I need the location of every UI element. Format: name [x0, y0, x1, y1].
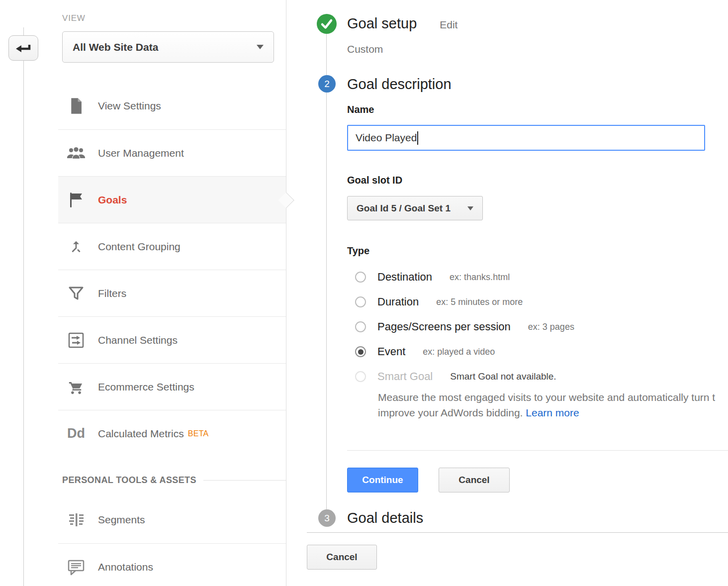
sidebar-item-segments[interactable]: Segments — [58, 496, 286, 543]
step3-number-badge: 3 — [318, 509, 336, 527]
radio-row-pages-per-session: Pages/Screens per session ex: 3 pages — [347, 314, 574, 339]
sidebar-item-goals[interactable]: Goals — [58, 176, 286, 223]
form-divider — [347, 450, 728, 451]
step1-header: Goal setup Edit — [347, 15, 457, 32]
radio-hint: ex: thanks.html — [450, 272, 510, 283]
personal-tools-section: PERSONAL TOOLS & ASSETS — [62, 475, 286, 486]
users-icon — [66, 146, 86, 161]
goal-slot-id-label: Goal slot ID — [347, 175, 402, 186]
goal-name-input[interactable]: Video Played — [347, 125, 705, 151]
sidebar-item-label: Ecommerce Settings — [98, 381, 194, 393]
radio-label: Pages/Screens per session — [377, 320, 511, 333]
radio-hint: ex: played a video — [423, 347, 495, 357]
sidebar-item-ecommerce-settings[interactable]: Ecommerce Settings — [58, 363, 286, 410]
sidebar-item-user-management[interactable]: User Management — [58, 129, 286, 176]
beta-badge: BETA — [188, 429, 209, 438]
radio-row-duration: Duration ex: 5 minutes or more — [347, 290, 574, 314]
chevron-down-icon — [257, 45, 264, 49]
bottom-cancel-button[interactable]: Cancel — [307, 545, 377, 570]
sidebar-item-calculated-metrics[interactable]: Dd Calculated Metrics BETA — [58, 410, 286, 457]
radio-label: Destination — [377, 271, 432, 284]
goal-name-value: Video Played — [356, 132, 417, 144]
sidebar-item-annotations[interactable]: Annotations — [58, 543, 286, 586]
smart-goal-unavailable-text: Smart Goal not available. — [450, 371, 556, 382]
document-icon — [66, 98, 86, 114]
step3-title: Goal details — [347, 510, 423, 526]
sidebar-item-label: Calculated Metrics — [98, 428, 184, 440]
section-rule — [203, 480, 286, 481]
radio-destination[interactable] — [355, 272, 366, 283]
radio-hint: ex: 3 pages — [528, 322, 574, 332]
view-selector-dropdown[interactable]: All Web Site Data — [62, 31, 274, 63]
smart-goal-description: Measure the most engaged visits to your … — [378, 390, 728, 420]
sidebar-item-label: View Settings — [98, 100, 161, 112]
breadcrumb-rail-line — [23, 27, 24, 586]
funnel-icon — [66, 286, 86, 301]
sidebar-item-label: Goals — [98, 194, 127, 206]
radio-label: Duration — [377, 295, 419, 308]
back-arrow-icon — [14, 41, 33, 56]
dd-icon: Dd — [66, 426, 86, 441]
radio-event-selected[interactable] — [355, 346, 366, 357]
smart-goal-description-line1: Measure the most engaged visits to your … — [378, 390, 728, 405]
radio-duration[interactable] — [355, 296, 366, 307]
stepper-connector-line — [326, 24, 327, 518]
selected-item-pointer — [278, 192, 294, 208]
channel-icon — [66, 332, 86, 349]
goal-slot-value: Goal Id 5 / Goal Set 1 — [357, 203, 467, 214]
annotation-icon — [66, 559, 86, 576]
radio-dot — [358, 349, 364, 355]
text-cursor — [417, 131, 418, 145]
sidebar-item-label: Annotations — [98, 561, 153, 573]
sidebar-item-content-grouping[interactable]: Content Grouping — [58, 223, 286, 270]
sidebar-item-label: Segments — [98, 514, 145, 526]
goal-type-radio-group: Destination ex: thanks.html Duration ex:… — [347, 265, 574, 389]
sidebar-item-label: Content Grouping — [98, 241, 181, 253]
sidebar-item-label: User Management — [98, 147, 184, 159]
learn-more-link[interactable]: Learn more — [526, 407, 579, 418]
type-label: Type — [347, 245, 369, 257]
flag-icon — [66, 192, 86, 208]
radio-hint: ex: 5 minutes or more — [436, 297, 523, 307]
edit-link[interactable]: Edit — [440, 19, 457, 31]
continue-button[interactable]: Continue — [347, 468, 418, 492]
cancel-button[interactable]: Cancel — [439, 468, 510, 492]
radio-pages-per-session[interactable] — [355, 321, 366, 332]
step1-complete-icon — [317, 14, 337, 34]
segments-icon — [66, 511, 86, 528]
radio-label: Event — [377, 345, 405, 358]
check-icon — [317, 14, 337, 34]
sidebar-item-label: Filters — [98, 288, 126, 299]
sidebar-menu-personal: Segments Annotations — [58, 496, 286, 586]
sidebar-item-filters[interactable]: Filters — [58, 270, 286, 316]
section-divider — [307, 532, 728, 533]
view-selector-value: All Web Site Data — [73, 41, 257, 53]
step1-subtitle: Custom — [347, 43, 383, 55]
sidebar-menu: View Settings User Management Goals — [58, 83, 286, 457]
sidebar-item-channel-settings[interactable]: Channel Settings — [58, 316, 286, 363]
radio-row-smart-goal: Smart Goal Smart Goal not available. — [347, 364, 574, 389]
step2-title: Goal description — [347, 76, 452, 93]
sidebar-item-label: Channel Settings — [98, 334, 178, 346]
back-button[interactable] — [8, 35, 38, 61]
radio-smart-goal-disabled — [355, 371, 366, 382]
personal-tools-label: PERSONAL TOOLS & ASSETS — [62, 475, 196, 486]
sidebar-item-view-settings[interactable]: View Settings — [58, 83, 286, 129]
radio-row-destination: Destination ex: thanks.html — [347, 265, 574, 290]
radio-row-event: Event ex: played a video — [347, 339, 574, 364]
radio-label: Smart Goal — [377, 370, 433, 383]
step2-number-badge: 2 — [318, 75, 336, 93]
cart-icon — [66, 379, 86, 395]
goal-slot-dropdown[interactable]: Goal Id 5 / Goal Set 1 — [347, 196, 483, 220]
smart-goal-description-text: improve your AdWords bidding. — [378, 407, 523, 418]
merge-icon — [66, 238, 86, 255]
smart-goal-description-line2: improve your AdWords bidding. Learn more — [378, 405, 728, 420]
chevron-down-icon — [467, 206, 473, 210]
name-field-label: Name — [347, 104, 374, 115]
view-section-label: VIEW — [62, 13, 86, 23]
step1-title: Goal setup — [347, 15, 417, 32]
sidebar-divider — [286, 0, 286, 586]
